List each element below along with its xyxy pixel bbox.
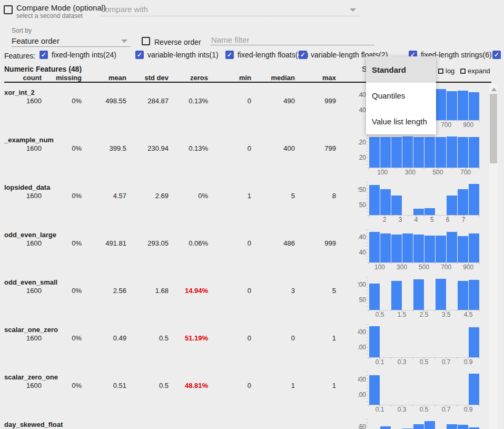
section-title: Numeric Features (48): [4, 65, 82, 73]
histogram-wrap: 14040100300500700900: [358, 227, 490, 274]
stat-zeros: 48.81%: [169, 382, 208, 389]
feature-name: _example_num: [4, 136, 54, 144]
stat-std_dev: 284.87: [126, 97, 169, 105]
svg-text:1.5: 1.5: [398, 311, 407, 318]
svg-text:200: 200: [358, 281, 366, 288]
stat-missing: 0%: [42, 382, 82, 389]
compare-mode-sublabel: select a second dataset: [16, 12, 83, 19]
stat-zeros: 0%: [169, 192, 208, 200]
svg-text:500: 500: [419, 264, 429, 271]
stat-missing: 0%: [42, 192, 82, 200]
svg-text:600: 600: [358, 376, 366, 383]
svg-text:0.7: 0.7: [442, 358, 451, 366]
svg-text:6: 6: [446, 216, 450, 223]
histogram-wrap: 200500.51.52.53.54.5: [358, 274, 490, 321]
feature-stats: 16000%4.572.690%158: [4, 192, 336, 200]
scrollbar-track[interactable]: [489, 84, 498, 429]
stat-mean: 498.55: [82, 97, 126, 105]
stat-mean: 399.5: [82, 144, 126, 152]
stat-mean: 2.56: [82, 287, 126, 295]
svg-text:160: 160: [358, 423, 366, 429]
compare-mode-checkbox[interactable]: [4, 5, 13, 14]
svg-text:700: 700: [441, 121, 451, 129]
stat-max: 1: [295, 334, 336, 342]
feature-stats: 16000%0.490.551.19%001: [4, 334, 336, 342]
stat-max: 799: [295, 144, 336, 152]
stat-count: 1600: [4, 192, 42, 200]
stat-mean: 0.49: [82, 334, 126, 342]
feature-row: odd_even_large16000%491.81293.050.06%048…: [0, 227, 504, 274]
feature-filter-label: fixed-length floats(20): [238, 51, 309, 59]
feature-filter-item: ✓fixed-length floats(20): [225, 51, 309, 59]
feature-filter-checkbox[interactable]: ✓: [299, 51, 307, 59]
stat-min: 0: [208, 334, 251, 342]
feature-name: odd_even_small: [4, 278, 57, 286]
histogram-wrap: 6001000.10.30.50.70.9: [358, 321, 490, 369]
stat-missing: 0%: [42, 287, 82, 295]
feature-stats: 16000%498.55284.870.13%0490999: [4, 97, 336, 105]
svg-text:300: 300: [405, 169, 416, 176]
stat-zeros: 0.06%: [169, 239, 208, 247]
stat-count: 1600: [4, 287, 42, 295]
stat-missing: 0%: [42, 97, 82, 105]
stat-min: 0: [208, 382, 251, 389]
svg-text:900: 900: [463, 264, 473, 271]
feature-name: xor_int_2: [4, 89, 35, 96]
feature-filter-checkbox[interactable]: ✓: [135, 51, 144, 59]
name-filter-input[interactable]: [210, 35, 374, 45]
stat-count: 1600: [4, 334, 42, 342]
histogram-chart: 200500.51.52.53.54.5: [358, 274, 490, 321]
feature-row: _example_num16000%399.5230.940.13%040079…: [0, 132, 504, 179]
column-header: min: [208, 74, 251, 82]
svg-text:900: 900: [463, 121, 473, 129]
feature-filter-checkbox[interactable]: ✓: [225, 51, 234, 59]
feature-stats: 16000%0.510.548.81%011: [4, 382, 336, 389]
svg-text:100: 100: [374, 264, 385, 271]
svg-text:4: 4: [414, 216, 418, 223]
svg-text:140: 140: [358, 91, 366, 99]
histogram-chart: 6001000.10.30.50.70.9: [358, 321, 490, 369]
feature-name: scalar_one_zero: [4, 326, 58, 334]
facets-overview: Compare Mode (optional) select a second …: [0, 0, 504, 429]
sort-by-select[interactable]: Feature order: [12, 36, 60, 45]
feature-row: scalar_zero_one16000%0.510.548.81%011600…: [0, 369, 504, 416]
column-header: mean: [82, 74, 126, 82]
stat-max: 1: [295, 382, 336, 389]
stat-mean: 491.81: [82, 239, 126, 247]
feature-filter-checkbox[interactable]: ✓: [39, 51, 48, 59]
compare-with-select[interactable]: compare with: [101, 5, 148, 14]
stat-std_dev: 0.5: [126, 382, 169, 389]
menu-item-standard[interactable]: Standard: [366, 56, 436, 83]
scrollbar-thumb[interactable]: [490, 94, 497, 163]
feature-name: scalar_zero_one: [4, 373, 58, 381]
reverse-order-checkbox[interactable]: [142, 37, 150, 45]
stat-count: 1600: [4, 382, 42, 389]
svg-text:250: 250: [358, 186, 366, 193]
compare-with-underline: [101, 16, 360, 16]
sort-underline: [12, 46, 131, 47]
log-checkbox[interactable]: [438, 69, 443, 74]
expand-toggle[interactable]: expand: [460, 67, 490, 75]
svg-text:0.3: 0.3: [398, 406, 407, 413]
svg-text:3.5: 3.5: [442, 311, 451, 318]
stat-min: 0: [208, 239, 251, 247]
menu-item-value-list-length[interactable]: Value list length: [366, 109, 436, 134]
svg-text:0.5: 0.5: [420, 358, 429, 366]
stat-max: 5: [295, 287, 336, 295]
feature-filter-checkbox[interactable]: ✓: [492, 51, 501, 59]
histogram-wrap: 6001000.10.30.50.70.9: [358, 369, 490, 416]
log-toggle[interactable]: log: [438, 67, 454, 75]
feature-row: lopsided_data16000%4.572.690%15825050234…: [0, 179, 504, 227]
stat-mean: 4.57: [82, 192, 126, 200]
menu-item-quantiles[interactable]: Quantiles: [366, 83, 436, 109]
stat-zeros: 51.19%: [169, 334, 208, 342]
expand-checkbox[interactable]: [460, 69, 466, 74]
feature-stats: 16000%491.81293.050.06%0486999: [4, 239, 336, 247]
stat-count: 1600: [4, 239, 42, 247]
svg-text:50: 50: [359, 296, 367, 304]
chart-type-menu: Standard Quantiles Value list length: [366, 56, 436, 134]
scrollbar-up-arrow-icon[interactable]: [491, 87, 497, 91]
svg-text:0.9: 0.9: [464, 358, 473, 366]
svg-text:0.5: 0.5: [420, 406, 429, 413]
histogram-chart: 12020100300500700: [358, 132, 490, 179]
